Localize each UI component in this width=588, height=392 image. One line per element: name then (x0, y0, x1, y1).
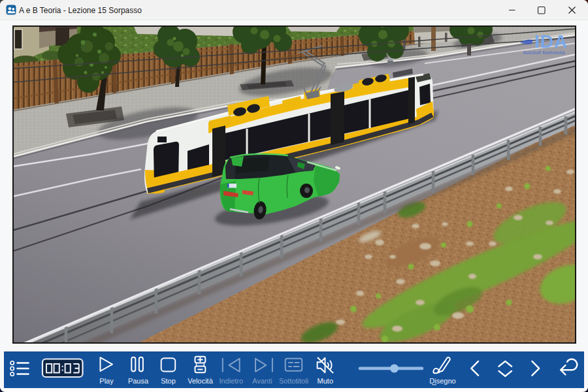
svg-text:Play: Play (99, 377, 114, 385)
svg-text:Sottotitoli: Sottotitoli (279, 377, 308, 385)
svg-text:Muto: Muto (318, 377, 333, 385)
svg-text:Stop: Stop (161, 377, 176, 385)
svg-text:Indietro: Indietro (219, 377, 243, 385)
svg-text:AutoSoft Multimedia: AutoSoft Multimedia (523, 50, 565, 55)
svg-text:Avanti: Avanti (252, 377, 272, 385)
svg-text:IDA: IDA (534, 31, 568, 52)
svg-text:Disegno: Disegno (429, 377, 455, 385)
svg-text:Velocità: Velocità (188, 377, 213, 385)
svg-text:Pausa: Pausa (128, 377, 149, 385)
